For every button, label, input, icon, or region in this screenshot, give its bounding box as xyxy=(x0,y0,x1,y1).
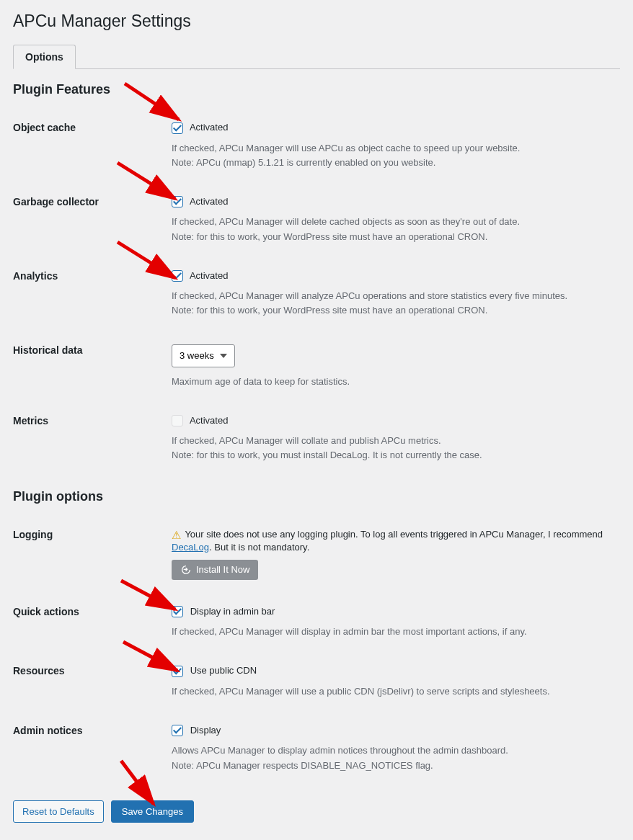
checkbox-label-resources: Use public CDN xyxy=(190,665,257,676)
install-button-label: Install It Now xyxy=(196,564,249,575)
download-icon xyxy=(180,564,192,576)
section-plugin-options: Plugin options xyxy=(13,489,620,504)
checkbox-label-object-cache: Activated xyxy=(190,122,228,133)
desc-object-cache: If checked, APCu Manager will use APCu a… xyxy=(172,141,620,170)
checkbox-resources[interactable] xyxy=(172,666,183,677)
checkbox-label-admin-notices: Display xyxy=(190,725,221,736)
logging-message: ⚠ Your site does not use any logging plu… xyxy=(172,529,620,553)
label-object-cache: Object cache xyxy=(13,109,172,183)
label-analytics: Analytics xyxy=(13,257,172,331)
checkbox-label-garbage-collector: Activated xyxy=(190,196,228,207)
checkbox-metrics[interactable] xyxy=(172,415,183,426)
label-quick-actions: Quick actions xyxy=(13,593,172,653)
desc-historical-data: Maximum age of data to keep for statisti… xyxy=(172,375,620,389)
install-it-now-button[interactable]: Install It Now xyxy=(172,560,258,580)
label-metrics: Metrics xyxy=(13,402,172,476)
logging-msg-before: Your site does not use any logging plugi… xyxy=(185,529,603,540)
checkbox-label-quick-actions: Display in admin bar xyxy=(190,606,275,617)
logging-msg-after: . But it is not mandatory. xyxy=(209,542,309,553)
label-garbage-collector: Garbage collector xyxy=(13,183,172,257)
label-historical-data: Historical data xyxy=(13,331,172,402)
checkbox-analytics[interactable] xyxy=(172,270,183,282)
tab-options[interactable]: Options xyxy=(13,45,76,69)
desc-resources: If checked, APCu Manager will use a publ… xyxy=(172,684,620,699)
checkbox-garbage-collector[interactable] xyxy=(172,196,183,207)
checkbox-admin-notices[interactable] xyxy=(172,725,183,736)
desc-metrics: If checked, APCu Manager will collate an… xyxy=(172,434,620,463)
desc-admin-notices: Allows APCu Manager to display admin not… xyxy=(172,743,620,772)
page-title: APCu Manager Settings xyxy=(13,12,620,31)
save-changes-button[interactable]: Save Changes xyxy=(111,800,194,823)
checkbox-label-metrics: Activated xyxy=(190,415,228,426)
reset-to-defaults-button[interactable]: Reset to Defaults xyxy=(13,800,104,823)
desc-quick-actions: If checked, APCu Manager will display in… xyxy=(172,625,620,639)
checkbox-quick-actions[interactable] xyxy=(172,606,183,617)
desc-garbage-collector: If checked, APCu Manager will delete cac… xyxy=(172,215,620,243)
section-plugin-features: Plugin Features xyxy=(13,82,620,97)
tabs: Options xyxy=(13,44,620,69)
checkbox-label-analytics: Activated xyxy=(190,270,228,281)
decalog-link[interactable]: DecaLog xyxy=(172,542,209,553)
label-resources: Resources xyxy=(13,652,172,712)
warning-icon: ⚠ xyxy=(172,529,181,542)
label-admin-notices: Admin notices xyxy=(13,712,172,786)
desc-analytics: If checked, APCu Manager will analyze AP… xyxy=(172,289,620,318)
select-historical-data[interactable]: 3 weeks xyxy=(172,344,235,367)
checkbox-object-cache[interactable] xyxy=(172,122,183,134)
label-logging: Logging xyxy=(13,516,172,593)
